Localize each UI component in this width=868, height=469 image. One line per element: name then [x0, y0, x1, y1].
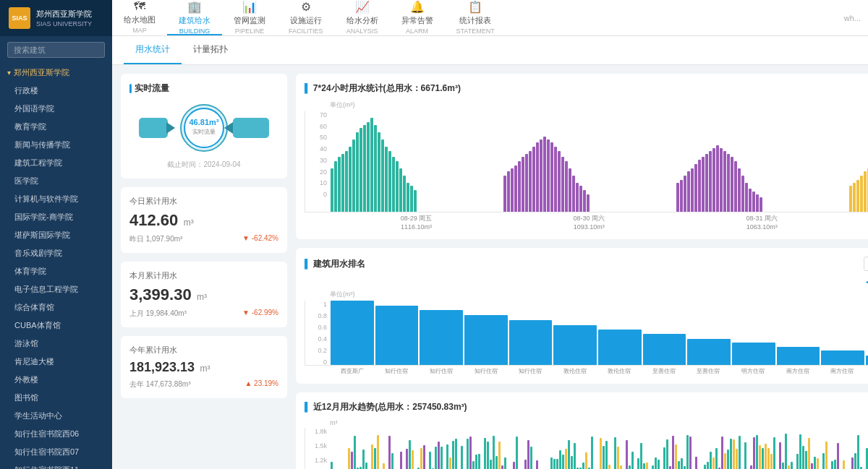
analysis-icon: 📈	[355, 0, 370, 14]
rank-unit: 单位(m³)	[330, 290, 868, 299]
map-icon: 🗺	[134, 0, 145, 13]
logo-icon: SIAS	[9, 7, 30, 29]
nav-statement-sublabel: STATEMENT	[456, 27, 495, 35]
month-label: 本月累计用水	[129, 270, 278, 281]
month-compare: 上月 19,984.40m³ ▼ -62.99%	[129, 309, 278, 319]
tab-topology[interactable]: 计量拓扑	[182, 36, 239, 64]
sidebar-item-16[interactable]: 外教楼	[0, 371, 112, 389]
year-compare: 去年 147,673.88m³ ▲ 23.19%	[129, 379, 278, 390]
yesterday-value: 昨日 1,097.90m³	[129, 234, 182, 244]
meter-value-text: 46.81m³	[190, 118, 219, 126]
meter-time: 截止时间：2024-09-04	[129, 160, 278, 170]
pipeline-icon: 📊	[242, 0, 257, 14]
sidebar-tree: 郑州西亚斯学院 行政楼 外国语学院 教育学院 新闻与传播学院 建筑工程学院 医学…	[0, 64, 112, 469]
nav-alarm[interactable]: 🔔 异常告警 ALARM	[390, 0, 445, 35]
sidebar-item-13[interactable]: CUBA体育馆	[0, 317, 112, 335]
sidebar-item-6[interactable]: 计算机与软件学院	[0, 190, 112, 208]
sidebar-item-3[interactable]: 新闻与传播学院	[0, 136, 112, 154]
sidebar-item-18[interactable]: 学生活动中心	[0, 407, 112, 425]
nav-alarm-sublabel: ALARM	[406, 27, 428, 35]
right-column: ▌ 7*24小时用水统计(总用水：6671.6m³) 工作时投	[296, 74, 868, 469]
month-compare-value: ▼ -62.99%	[242, 309, 278, 319]
sidebar-item-17[interactable]: 图书馆	[0, 389, 112, 407]
nav-map[interactable]: 🗺 给水地图 MAP	[112, 0, 167, 35]
sidebar-item-15[interactable]: 肯尼迪大楼	[0, 353, 112, 371]
trend-title: ▌ 近12月用水趋势(总用水：257450.83m³)	[305, 401, 467, 413]
sidebar-item-21[interactable]: 知行住宿书院西11	[0, 461, 112, 469]
sidebar-search[interactable]	[0, 36, 112, 64]
weekly-unit: 单位(m³)	[330, 100, 868, 110]
sidebar-item-7[interactable]: 国际学院-商学院	[0, 208, 112, 226]
svg-rect-0	[139, 118, 168, 138]
nav-map-sublabel: MAP	[132, 27, 147, 34]
trend-chart-wrap: 1.8k1.5k1.2k900600	[305, 428, 868, 469]
nav-right: wh...	[844, 0, 868, 35]
search-input[interactable]	[7, 42, 105, 58]
meter-unit-text: 实时流量	[192, 129, 216, 135]
nav-building-label: 建筑给水	[179, 15, 210, 26]
rank-prev-btn[interactable]: ◄	[861, 277, 868, 287]
rank-x-axis: 西亚斯广知行住宿知行住宿知行住宿知行住宿敦伦住宿敦伦住宿至善住宿至善住宿明方住宿…	[330, 367, 868, 375]
month-unit: m³	[197, 292, 207, 302]
sidebar-item-10[interactable]: 体育学院	[0, 262, 112, 280]
nav-analysis[interactable]: 📈 给水分析 ANALYSIS	[335, 0, 390, 35]
sidebar-item-12[interactable]: 综合体育馆	[0, 298, 112, 317]
today-label: 今日累计用水	[129, 196, 278, 207]
rank-date-row: ◄ 2024-09	[305, 277, 868, 287]
sidebar-item-20[interactable]: 知行住宿书院西07	[0, 443, 112, 461]
sidebar-item-0[interactable]: 行政楼	[0, 82, 112, 100]
trend-bars	[305, 428, 868, 469]
year-unit: m³	[200, 363, 210, 374]
weekly-bar-chart: 706050403020100 08-29 周五1116.10m³08-30 周…	[305, 111, 868, 231]
sidebar-item-19[interactable]: 知行住宿书院西06	[0, 425, 112, 443]
tab-water-stats[interactable]: 用水统计	[124, 36, 182, 64]
trend-chart-card: ▌ 近12月用水趋势(总用水：257450.83m³) 工作日	[296, 392, 868, 469]
content-area: 用水统计 计量拓扑 实时流量	[112, 36, 868, 469]
nav-analysis-sublabel: ANALYSIS	[346, 27, 378, 35]
sidebar-item-1[interactable]: 外国语学院	[0, 100, 112, 118]
sidebar-item-2[interactable]: 教育学院	[0, 118, 112, 136]
sidebar: SIAS 郑州西亚斯学院 SIAS UNIVERSITY 郑州西亚斯学院 行政楼…	[0, 0, 112, 469]
meter-visual: 46.81m³ 实时流量	[129, 102, 278, 154]
today-water-card: 今日累计用水 412.60 m³ 昨日 1,097.90m³ ▼ -62.42%	[121, 187, 287, 253]
sidebar-item-8[interactable]: 堪萨斯国际学院	[0, 226, 112, 244]
main-area: 🗺 给水地图 MAP 🏢 建筑给水 BUILDING 📊 管网监测 PIPELI…	[112, 0, 868, 469]
sidebar-item-14[interactable]: 游泳馆	[0, 335, 112, 353]
svg-point-3	[184, 108, 224, 147]
sidebar-item-11[interactable]: 电子信息工程学院	[0, 280, 112, 298]
nav-map-label: 给水地图	[124, 14, 156, 25]
year-water-card: 今年累计用水 181,923.13 m³ 去年 147,673.88m³ ▲ 2…	[121, 336, 287, 398]
nav-statement[interactable]: 📋 统计报表 STATEMENT	[445, 0, 506, 35]
weekly-chart-header: ▌ 7*24小时用水统计(总用水：6671.6m³) 工作时投	[305, 82, 868, 95]
rank-filter-row: ▌ 建筑用水排名 全部 行政楼 教学楼 宿舍楼	[305, 257, 868, 271]
nav-pipeline-label: 管网监测	[234, 15, 265, 26]
trend-header: ▌ 近12月用水趋势(总用水：257450.83m³) 工作日	[305, 401, 868, 413]
meter-svg: 46.81m³ 实时流量	[139, 102, 269, 154]
nav-pipeline-sublabel: PIPELINE	[235, 27, 265, 35]
content-body: 实时流量	[112, 65, 868, 469]
rank-filter-select[interactable]: 全部 行政楼 教学楼 宿舍楼	[864, 257, 869, 271]
top-nav: 🗺 给水地图 MAP 🏢 建筑给水 BUILDING 📊 管网监测 PIPELI…	[112, 0, 868, 36]
nav-statement-label: 统计报表	[459, 15, 491, 26]
sidebar-item-4[interactable]: 建筑工程学院	[0, 154, 112, 172]
year-value: 181,923.13	[129, 360, 195, 374]
nav-facilities-label: 设施运行	[290, 15, 322, 26]
svg-rect-1	[233, 118, 269, 138]
today-compare-value: ▼ -62.42%	[242, 234, 278, 244]
nav-alarm-label: 异常告警	[401, 15, 433, 26]
left-column: 实时流量	[121, 74, 287, 469]
nav-building[interactable]: 🏢 建筑给水 BUILDING	[167, 0, 222, 35]
content-tabs: 用水统计 计量拓扑	[112, 36, 868, 65]
nav-building-sublabel: BUILDING	[179, 27, 210, 35]
sidebar-item-5[interactable]: 医学院	[0, 172, 112, 190]
nav-pipeline[interactable]: 📊 管网监测 PIPELINE	[222, 0, 277, 35]
sidebar-item-9[interactable]: 音乐戏剧学院	[0, 244, 112, 262]
last-month-value: 上月 19,984.40m³	[129, 309, 187, 319]
month-value: 3,399.30	[129, 285, 192, 304]
svg-marker-4	[166, 122, 175, 134]
tree-root[interactable]: 郑州西亚斯学院	[0, 64, 112, 82]
nav-facilities[interactable]: ⚙ 设施运行 FACILITIES	[277, 0, 335, 35]
weekly-x-axis: 08-29 周五1116.10m³08-30 周六1093.10m³08-31 …	[330, 214, 868, 231]
rank-filter-wrap[interactable]: 全部 行政楼 教学楼 宿舍楼	[864, 257, 869, 271]
facilities-icon: ⚙	[301, 0, 311, 14]
